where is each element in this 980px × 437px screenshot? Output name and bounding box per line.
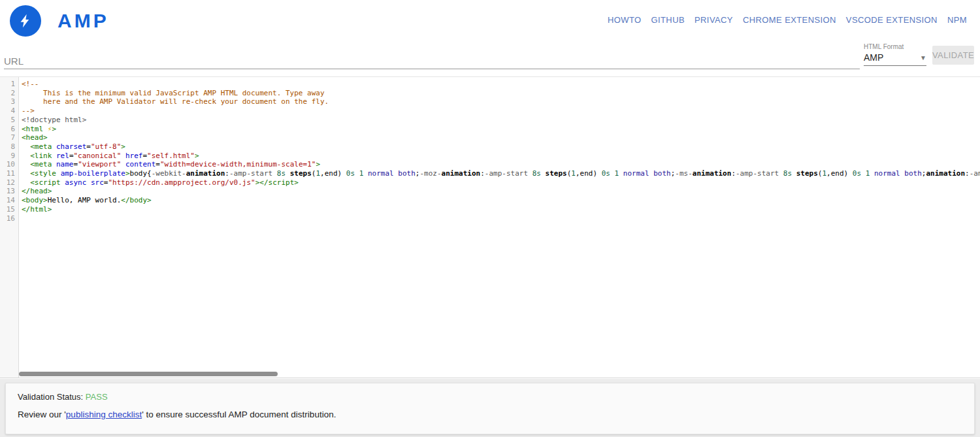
horizontal-scrollbar-thumb[interactable] [19,372,278,376]
line-number: 12 [0,178,18,187]
nav-link-npm[interactable]: NPM [947,15,967,25]
logo-text: AMP [57,10,109,32]
html-format-select[interactable]: AMP ▼ [864,52,926,66]
code-line: <!doctype html> [22,116,980,125]
publishing-checklist-link[interactable]: publishing checklist [66,410,142,419]
code-line: <link rel="canonical" href="self.html"> [22,152,980,161]
code-line: <head> [22,133,980,142]
line-number: 1 [0,80,18,89]
nav-link-chrome-extension[interactable]: CHROME EXTENSION [743,15,836,25]
review-suffix: ' to ensure successful AMP document dist… [142,410,336,419]
code-editor[interactable]: 12345678910111213141516 <!-- This is the… [0,76,980,378]
validation-status-value: PASS [86,392,108,402]
code-line [22,214,980,223]
line-number: 9 [0,152,18,161]
review-line: Review our 'publishing checklist' to ens… [18,410,962,419]
html-format-group: HTML Format AMP ▼ [864,43,926,66]
validation-status-panel: Validation Status: PASS Review our 'publ… [5,383,975,434]
code-line: <html ⚡> [22,125,980,134]
line-number: 14 [0,196,18,205]
validate-button[interactable]: VALIDATE [932,46,974,65]
html-format-value: AMP [864,52,883,63]
code-line: This is the minimum valid JavaScript AMP… [22,89,980,98]
nav-link-github[interactable]: GITHUB [651,15,685,25]
code-line: --> [22,106,980,116]
url-input[interactable] [4,54,860,69]
code-line: <meta charset="utf-8"> [22,142,980,152]
code-line: </html> [22,205,980,214]
nav-link-vscode-extension[interactable]: VSCODE EXTENSION [846,15,938,25]
line-number: 2 [0,89,18,98]
line-number: 11 [0,169,18,178]
code-line: <!-- [22,80,980,89]
code-area[interactable]: <!-- This is the minimum valid JavaScrip… [19,77,980,378]
line-number: 5 [0,116,18,125]
html-format-label: HTML Format [864,43,926,50]
code-line: <style amp-boilerplate>body{-webkit-anim… [22,169,980,178]
nav-link-privacy[interactable]: PRIVACY [694,15,733,25]
code-line: here and the AMP Validator will re-check… [22,97,980,106]
line-number: 6 [0,125,18,134]
toolbar: HTML Format AMP ▼ VALIDATE [0,39,980,76]
dropdown-arrow-icon: ▼ [920,54,926,61]
line-number: 16 [0,214,18,223]
amp-bolt-icon [10,5,41,37]
code-line: </head> [22,187,980,196]
validation-status-line: Validation Status: PASS [18,392,962,402]
line-number: 4 [0,106,18,116]
top-nav: HOWTOGITHUBPRIVACYCHROME EXTENSIONVSCODE… [608,0,967,39]
nav-link-howto[interactable]: HOWTO [608,15,642,25]
line-number: 10 [0,160,18,169]
line-number: 7 [0,133,18,142]
line-number: 3 [0,97,18,106]
line-number: 13 [0,187,18,196]
code-line: <body>Hello, AMP world.</body> [22,196,980,205]
header: AMP HOWTOGITHUBPRIVACYCHROME EXTENSIONVS… [0,0,980,39]
amp-validator-app: AMP HOWTOGITHUBPRIVACYCHROME EXTENSIONVS… [0,0,980,437]
amp-logo[interactable]: AMP [10,5,109,37]
review-prefix: Review our ' [18,410,66,419]
line-number: 8 [0,142,18,152]
code-line: <meta name="viewport" content="width=dev… [22,160,980,169]
line-number: 15 [0,205,18,214]
line-number-gutter: 12345678910111213141516 [0,77,19,378]
validation-status-label: Validation Status: [18,392,86,402]
code-line: <script async src="https://cdn.ampprojec… [22,178,980,187]
